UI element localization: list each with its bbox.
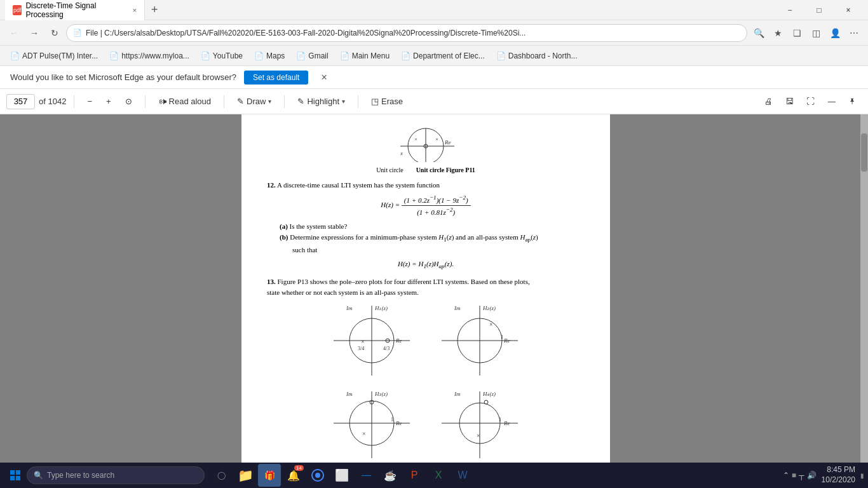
maximize-button[interactable]: □ bbox=[804, 0, 834, 20]
svg-text:3/4: 3/4 bbox=[358, 346, 364, 351]
problem-12b-eq: H(z) = H1(z)Hap(z). bbox=[267, 259, 585, 271]
bookmark-adt[interactable]: 📄 ADT Pulse(TM) Inter... bbox=[5, 50, 103, 62]
h2-svg: Im H₂(z) × 1 Re bbox=[435, 302, 524, 379]
start-button[interactable] bbox=[4, 464, 27, 487]
taskbar-edge[interactable]: ⸻ bbox=[355, 464, 377, 487]
taskbar-word[interactable]: W bbox=[451, 464, 474, 487]
file-icon: 📄 bbox=[73, 29, 82, 37]
svg-text:Re: Re bbox=[503, 420, 510, 426]
taskbar-powerpoint[interactable]: P bbox=[403, 464, 426, 487]
problem-12b-such: such that bbox=[292, 245, 585, 255]
profile-button[interactable]: 👤 bbox=[826, 24, 844, 42]
bookmark-page-icon: 📄 bbox=[340, 51, 349, 60]
address-text: File | C:/Users/alsab/Desktop/UTSA/Fall%… bbox=[86, 29, 740, 37]
fit-button[interactable]: ⊙ bbox=[120, 94, 137, 109]
bookmark-page-icon: 📄 bbox=[496, 51, 506, 60]
separator4 bbox=[284, 95, 285, 108]
volume-icon[interactable]: 🔊 bbox=[807, 471, 817, 480]
save-button[interactable]: 🖫 bbox=[780, 94, 799, 109]
problem-12-num: 12. bbox=[267, 181, 276, 189]
bookmark-dept[interactable]: 📄 Department of Elec... bbox=[396, 50, 490, 62]
read-aloud-button[interactable]: 🕪 Read aloud bbox=[153, 94, 217, 109]
bookmark-myloa[interactable]: 📄 https://www.myloa... bbox=[104, 50, 194, 62]
draw-button[interactable]: ✎ Draw ▾ bbox=[232, 94, 276, 109]
fullscreen-button[interactable]: ⛶ bbox=[801, 94, 820, 109]
close-button[interactable]: × bbox=[834, 0, 863, 20]
bookmark-page-icon: 📄 bbox=[109, 51, 119, 60]
svg-text:1: 1 bbox=[499, 417, 501, 423]
taskbar-teams[interactable]: ☕ bbox=[379, 464, 402, 487]
minimize-button[interactable]: − bbox=[775, 0, 804, 20]
highlight-label: Highlight bbox=[307, 97, 339, 106]
taskbar-chrome[interactable] bbox=[306, 464, 329, 487]
nav-action-buttons: 🔍 ★ ❏ ◫ 👤 ⋯ bbox=[750, 24, 863, 42]
back-button[interactable]: ← bbox=[5, 24, 23, 42]
bookmark-label: Maps bbox=[266, 51, 285, 60]
settings-button[interactable]: ⋯ bbox=[845, 24, 863, 42]
bookmark-page-icon: 📄 bbox=[401, 51, 410, 60]
taskbar-notification[interactable]: 🔔 14 bbox=[282, 464, 305, 487]
print-button[interactable]: 🖨 bbox=[759, 94, 778, 109]
zoom-out-button[interactable]: − bbox=[82, 94, 97, 109]
forward-button[interactable]: → bbox=[25, 24, 43, 42]
collections-button[interactable]: ❏ bbox=[788, 24, 806, 42]
highlight-button[interactable]: ✎ Highlight ▾ bbox=[292, 94, 350, 109]
taskbar-search[interactable]: 🔍 Type here to search bbox=[27, 466, 205, 484]
svg-text:Im: Im bbox=[346, 391, 353, 397]
problem-13-num: 13. bbox=[267, 278, 276, 285]
figure-p11-label: Unit circle Unit circle Figure P11 bbox=[267, 165, 585, 175]
taskbar-explorer[interactable]: 📁 bbox=[234, 464, 257, 487]
bookmark-gmail[interactable]: 📄 Gmail bbox=[291, 50, 333, 62]
erase-button[interactable]: ◳ Erase bbox=[366, 94, 408, 109]
bookmark-mainmenu[interactable]: 📄 Main Menu bbox=[335, 50, 395, 62]
taskbar-store[interactable]: 🎁 bbox=[258, 464, 281, 487]
bookmark-label: https://www.myloa... bbox=[121, 51, 189, 60]
refresh-button[interactable]: ↻ bbox=[46, 24, 64, 42]
bookmark-page-icon: 📄 bbox=[254, 51, 264, 60]
bookmark-page-icon: 📄 bbox=[10, 51, 20, 60]
taskbar-excel[interactable]: X bbox=[427, 464, 450, 487]
svg-point-45 bbox=[315, 473, 320, 478]
search-button[interactable]: 🔍 bbox=[750, 24, 768, 42]
pdf-viewer[interactable]: × × Re x Unit circle Unit circle Figure … bbox=[0, 114, 868, 463]
svg-text:H₃(z): H₃(z) bbox=[374, 391, 388, 397]
system-clock[interactable]: 8:45 PM 10/2/2020 bbox=[822, 465, 855, 485]
taskbar-office[interactable]: ⬜ bbox=[330, 464, 353, 487]
taskbar-cortana[interactable]: ◯ bbox=[210, 464, 233, 487]
show-desktop-button[interactable]: ▮ bbox=[860, 472, 864, 479]
set-default-button[interactable]: Set as default bbox=[244, 71, 308, 85]
pdf-toolbar-right: 🖨 🖫 ⛶ ⸻ 🖈 bbox=[759, 94, 862, 109]
pin-button[interactable]: 🖈 bbox=[843, 94, 862, 109]
bookmarks-bar: 📄 ADT Pulse(TM) Inter... 📄 https://www.m… bbox=[0, 46, 868, 66]
tab-close-button[interactable]: × bbox=[133, 6, 137, 14]
taskbar: 🔍 Type here to search ◯ 📁 🎁 🔔 14 ⬜ ⸻ ☕ P… bbox=[0, 463, 868, 488]
pdf-page: × × Re x Unit circle Unit circle Figure … bbox=[241, 114, 610, 463]
pole-zero-diagrams-top: Im H₁(z) × 3/4 4/3 Re bbox=[267, 302, 585, 382]
bookmark-maps[interactable]: 📄 Maps bbox=[249, 50, 290, 62]
info-bar-text: Would you like to set Microsoft Edge as … bbox=[10, 72, 236, 82]
plus-icon: + bbox=[106, 97, 111, 106]
wifi-icon[interactable]: ┬ bbox=[799, 471, 804, 480]
svg-text:×: × bbox=[477, 432, 480, 439]
pdf-scrollbar[interactable] bbox=[860, 114, 868, 463]
erase-icon: ◳ bbox=[371, 97, 379, 106]
zoom-in-button[interactable]: + bbox=[101, 94, 116, 109]
info-bar-close[interactable]: × bbox=[321, 72, 327, 83]
save-icon: 🖫 bbox=[785, 97, 794, 106]
browser-tab[interactable]: pdf Discrete-Time Signal Processing × bbox=[5, 0, 145, 20]
pdf-scrollbar-thumb[interactable] bbox=[861, 133, 867, 172]
page-number-input[interactable] bbox=[6, 94, 35, 109]
favorites-button[interactable]: ★ bbox=[769, 24, 787, 42]
more-button[interactable]: ⸻ bbox=[822, 94, 841, 109]
pole-zero-diagrams-bottom: Im H₃(z) × 1 Re bbox=[267, 388, 585, 463]
address-bar[interactable]: 📄 File | C:/Users/alsab/Desktop/UTSA/Fal… bbox=[66, 24, 747, 42]
svg-text:4/3: 4/3 bbox=[383, 346, 390, 351]
bookmark-youtube[interactable]: 📄 YouTube bbox=[196, 50, 248, 62]
new-tab-button[interactable]: + bbox=[145, 3, 165, 17]
problem-12-intro: 12. A discrete-time causal LTI system ha… bbox=[267, 180, 585, 191]
draw-icon: ✎ bbox=[237, 97, 244, 106]
bookmark-dashboard[interactable]: 📄 Dashboard - North... bbox=[491, 50, 583, 62]
tray-up-icon[interactable]: ⌃ bbox=[783, 471, 789, 480]
bookmark-page-icon: 📄 bbox=[201, 51, 210, 60]
extensions-button[interactable]: ◫ bbox=[807, 24, 825, 42]
